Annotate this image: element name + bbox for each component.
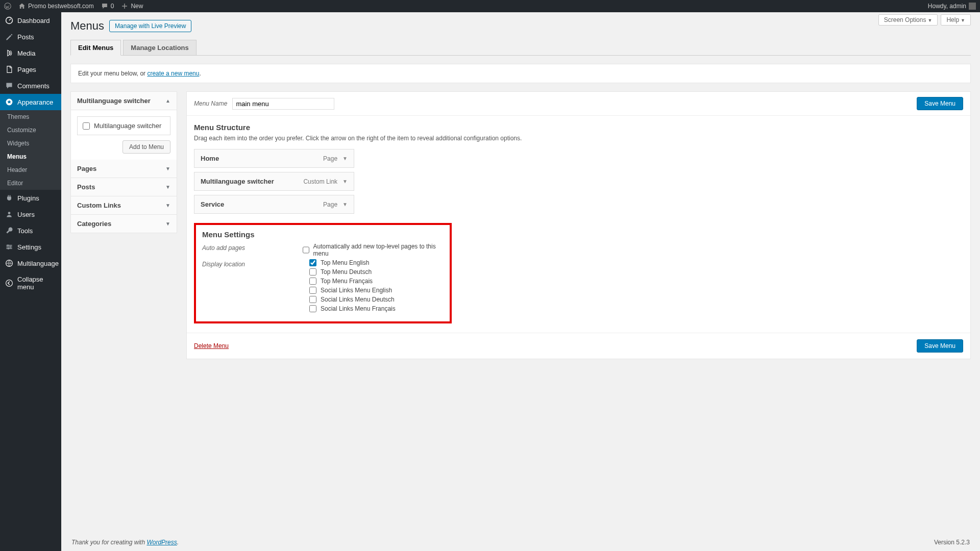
admin-sidebar: Dashboard Posts Media Pages Comments App… [0, 12, 61, 551]
menu-item-title: Home [201, 155, 219, 162]
avatar [969, 3, 976, 10]
wp-logo-icon[interactable] [4, 3, 11, 10]
svg-point-2 [8, 212, 11, 214]
submenu-customize[interactable]: Customize [0, 123, 61, 137]
location-checkbox[interactable] [309, 296, 316, 303]
location-checkbox-row[interactable]: Social Links Menu English [309, 287, 396, 294]
create-new-menu-link[interactable]: create a new menu [147, 70, 199, 77]
menu-structure-title: Menu Structure [194, 123, 963, 132]
sidebar-item-tools[interactable]: Tools [0, 222, 61, 239]
location-options: Top Menu EnglishTop Menu DeutschTop Menu… [309, 259, 396, 312]
multilang-switcher-checkbox-row[interactable]: Multilanguage switcher [77, 116, 170, 135]
sidebar-item-dashboard[interactable]: Dashboard [0, 12, 61, 29]
add-to-menu-button[interactable]: Add to Menu [122, 140, 170, 154]
tab-edit-menus[interactable]: Edit Menus [70, 40, 121, 56]
chevron-down-icon: ▼ [165, 221, 170, 227]
location-checkbox[interactable] [309, 305, 316, 312]
chevron-down-icon[interactable]: ▼ [342, 179, 348, 184]
location-checkbox-row[interactable]: Top Menu Deutsch [309, 268, 396, 276]
menu-item-type: Custom Link▼ [303, 178, 348, 185]
chevron-down-icon[interactable]: ▼ [342, 156, 348, 161]
tab-manage-locations[interactable]: Manage Locations [123, 40, 196, 55]
location-checkbox[interactable] [309, 268, 316, 276]
auto-add-checkbox[interactable] [303, 246, 309, 254]
submenu-widgets[interactable]: Widgets [0, 137, 61, 150]
submenu-themes[interactable]: Themes [0, 110, 61, 123]
sidebar-item-comments[interactable]: Comments [0, 78, 61, 94]
sidebar-item-users[interactable]: Users [0, 206, 61, 222]
tab-nav: Edit Menus Manage Locations [70, 40, 971, 56]
user-greeting[interactable]: Howdy, admin [928, 3, 976, 10]
site-link[interactable]: Promo bestwebsoft.com [18, 3, 94, 10]
delete-menu-link[interactable]: Delete Menu [194, 342, 229, 349]
submenu-menus[interactable]: Menus [0, 150, 61, 163]
acc-categories[interactable]: Categories▼ [71, 215, 177, 233]
submenu-editor[interactable]: Editor [0, 177, 61, 190]
sidebar-item-posts[interactable]: Posts [0, 29, 61, 45]
menu-structure-desc: Drag each item into the order you prefer… [194, 135, 963, 142]
wordpress-link[interactable]: WordPress [146, 539, 177, 546]
save-menu-button-top[interactable]: Save Menu [917, 97, 963, 110]
sidebar-item-media[interactable]: Media [0, 45, 61, 61]
page-title: Menus [70, 19, 104, 33]
sidebar-item-collapse[interactable]: Collapse menu [0, 271, 61, 295]
menu-name-label: Menu Name [194, 100, 227, 107]
location-checkbox-row[interactable]: Top Menu Français [309, 278, 396, 285]
page-footer: Thank you for creating with WordPress. V… [70, 530, 971, 551]
acc-posts[interactable]: Posts▼ [71, 178, 177, 196]
location-checkbox[interactable] [309, 287, 316, 294]
display-location-label: Display location [202, 259, 309, 312]
chevron-down-icon: ▼ [165, 184, 170, 190]
comments-count: 0 [111, 3, 114, 10]
comments-link[interactable]: 0 [101, 3, 114, 10]
svg-point-6 [7, 244, 9, 246]
chevron-down-icon: ▼ [165, 166, 170, 171]
multilang-switcher-checkbox[interactable] [83, 122, 90, 130]
menu-item-title: Service [201, 201, 224, 208]
version-label: Version 5.2.3 [934, 539, 970, 546]
save-menu-button-bottom[interactable]: Save Menu [917, 339, 963, 353]
new-content-link[interactable]: New [121, 3, 143, 10]
menu-settings-title: Menu Settings [202, 230, 444, 239]
menu-name-input[interactable] [232, 98, 334, 110]
add-items-accordion: Multilanguage switcher▲ Multilanguage sw… [70, 91, 177, 233]
location-checkbox-row[interactable]: Social Links Menu Deutsch [309, 296, 396, 303]
sidebar-item-plugins[interactable]: Plugins [0, 190, 61, 206]
screen-options-button[interactable]: Screen Options▼ [878, 14, 938, 26]
menu-settings-panel: Menu Settings Auto add pages Automatical… [194, 223, 452, 323]
chevron-down-icon[interactable]: ▼ [342, 202, 348, 207]
sidebar-item-pages[interactable]: Pages [0, 61, 61, 78]
live-preview-button[interactable]: Manage with Live Preview [109, 20, 191, 32]
menu-item-type: Page▼ [323, 201, 348, 208]
menu-item-type: Page▼ [323, 155, 348, 162]
chevron-down-icon: ▼ [961, 18, 965, 23]
sidebar-item-settings[interactable]: Settings [0, 239, 61, 255]
chevron-up-icon: ▲ [165, 98, 170, 104]
svg-point-0 [5, 3, 11, 10]
location-checkbox[interactable] [309, 259, 316, 266]
acc-multilanguage-switcher[interactable]: Multilanguage switcher▲ [71, 92, 177, 110]
submenu-header[interactable]: Header [0, 163, 61, 177]
location-checkbox[interactable] [309, 278, 316, 285]
menu-items-list: HomePage▼Multilanguage switcherCustom Li… [194, 149, 963, 214]
edit-notice: Edit your menu below, or create a new me… [70, 64, 971, 83]
main-content: Screen Options▼ Help▼ Menus Manage with … [61, 12, 980, 551]
location-checkbox-row[interactable]: Social Links Menu Français [309, 305, 396, 312]
location-checkbox-row[interactable]: Top Menu English [309, 259, 396, 266]
chevron-down-icon: ▼ [927, 18, 932, 23]
svg-point-10 [6, 280, 13, 287]
sidebar-item-appearance[interactable]: Appearance [0, 94, 61, 110]
menu-item-title: Multilanguage switcher [201, 178, 274, 185]
sidebar-item-multilanguage[interactable]: Multilanguage [0, 255, 61, 271]
new-label: New [131, 3, 143, 10]
acc-custom-links[interactable]: Custom Links▼ [71, 196, 177, 215]
svg-point-7 [10, 246, 11, 247]
menu-item[interactable]: ServicePage▼ [194, 195, 354, 214]
acc-pages[interactable]: Pages▼ [71, 160, 177, 178]
menu-item[interactable]: Multilanguage switcherCustom Link▼ [194, 172, 354, 191]
menu-edit-panel: Menu Name Save Menu Menu Structure Drag … [186, 91, 971, 359]
admin-bar: Promo bestwebsoft.com 0 New Howdy, admin [0, 0, 980, 12]
menu-item[interactable]: HomePage▼ [194, 149, 354, 168]
auto-add-checkbox-row[interactable]: Automatically add new top-level pages to… [303, 243, 444, 257]
help-button[interactable]: Help▼ [941, 14, 971, 26]
